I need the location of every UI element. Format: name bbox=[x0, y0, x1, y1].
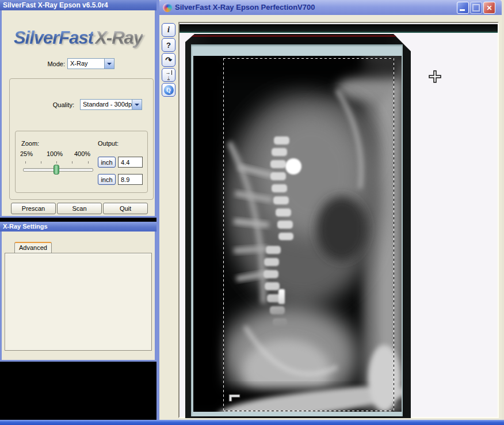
settings-window: X-Ray Settings Advanced Brightness (Midt… bbox=[0, 222, 156, 362]
marquee-left bbox=[223, 58, 224, 411]
quality-value: Standard - 300dpi bbox=[81, 100, 132, 109]
film-holder-red-edge bbox=[185, 35, 411, 37]
width-unit-button[interactable]: inch bbox=[98, 157, 116, 168]
selection-marquee[interactable] bbox=[223, 58, 394, 411]
scan-button[interactable]: Scan bbox=[57, 203, 102, 214]
chevron-down-icon[interactable] bbox=[104, 59, 114, 69]
info-icon: i bbox=[167, 25, 170, 35]
quality-select[interactable]: Standard - 300dpi bbox=[80, 99, 142, 110]
mode-label: Mode: bbox=[45, 60, 65, 67]
advanced-tab-panel bbox=[5, 253, 152, 351]
main-window: SilverFast X-Ray Epson v6.5.0r4 SilverFa… bbox=[0, 0, 156, 218]
preview-window-titlebar: SilverFast X-Ray Epson PerfectionV700 ✕ bbox=[159, 0, 502, 15]
frame-corner-icon bbox=[228, 393, 242, 402]
settings-window-body: Advanced Brightness (Midtone) ↩ Contrast… bbox=[0, 232, 156, 362]
window-frame-bottom bbox=[0, 420, 504, 425]
crosshair-cursor bbox=[429, 70, 441, 83]
output-height-field[interactable] bbox=[118, 174, 143, 185]
logo-silverfast-text: SilverFast bbox=[14, 28, 93, 48]
close-icon: ✕ bbox=[486, 1, 492, 16]
marquee-top bbox=[223, 58, 394, 59]
main-window-title: SilverFast X-Ray Epson v6.5.0r4 bbox=[3, 1, 108, 9]
quicktime-button[interactable]: Q bbox=[162, 83, 175, 97]
rotate-icon: ↷ bbox=[165, 55, 172, 64]
quicktime-icon: Q bbox=[164, 85, 174, 95]
zoom-slider-thumb[interactable] bbox=[54, 165, 59, 174]
quality-label: Quality: bbox=[35, 101, 74, 108]
main-window-titlebar: SilverFast X-Ray Epson v6.5.0r4 bbox=[0, 0, 156, 10]
help-button[interactable]: ? bbox=[162, 38, 175, 52]
main-window-body: SilverFast X-Ray Mode: X-Ray Quality: St… bbox=[0, 10, 156, 218]
close-button[interactable]: ✕ bbox=[483, 2, 495, 14]
quit-button[interactable]: Quit bbox=[103, 203, 148, 214]
preview-window: SilverFast X-Ray Epson PerfectionV700 ✕ … bbox=[156, 0, 504, 425]
logo-xray-text: X-Ray bbox=[95, 28, 143, 48]
mode-select[interactable]: X-Ray bbox=[67, 58, 114, 69]
zoom-label: Zoom: bbox=[21, 140, 39, 147]
preview-window-title: SilverFast X-Ray Epson PerfectionV700 bbox=[175, 0, 315, 15]
silverfast-logo-icon bbox=[163, 3, 172, 12]
mode-value: X-Ray bbox=[68, 59, 104, 69]
rotate-button[interactable]: ↷ bbox=[162, 53, 175, 67]
info-button[interactable]: i bbox=[162, 23, 175, 37]
zoom-tick-400: 400% bbox=[74, 150, 90, 157]
height-unit-button[interactable]: inch bbox=[98, 174, 116, 185]
prescan-button[interactable]: Prescan bbox=[11, 203, 56, 214]
zoom-tick-100: 100% bbox=[47, 150, 63, 157]
marquee-bottom bbox=[223, 411, 394, 411]
preview-canvas[interactable] bbox=[178, 22, 499, 418]
chevron-down-icon[interactable] bbox=[132, 100, 142, 109]
film-holder bbox=[185, 34, 411, 418]
minimize-button[interactable] bbox=[457, 2, 469, 14]
transfer-button[interactable]: → ↓ bbox=[162, 68, 175, 82]
screen: SilverFast X-Ray Epson PerfectionV700 ✕ … bbox=[0, 0, 504, 425]
maximize-button[interactable] bbox=[470, 2, 482, 14]
tab-advanced[interactable]: Advanced bbox=[14, 242, 52, 253]
film-window bbox=[191, 44, 403, 416]
zoom-tick-25: 25% bbox=[20, 150, 33, 157]
marquee-right bbox=[394, 58, 394, 411]
settings-window-titlebar: X-Ray Settings bbox=[0, 222, 156, 232]
maximize-icon bbox=[472, 4, 480, 12]
output-width-field[interactable] bbox=[118, 157, 143, 168]
minimize-icon bbox=[460, 9, 465, 11]
silverfast-logo: SilverFast X-Ray bbox=[2, 28, 155, 48]
output-label: Output: bbox=[98, 140, 119, 147]
scanner-bed-edge bbox=[180, 24, 498, 33]
settings-window-title: X-Ray Settings bbox=[3, 223, 48, 230]
help-icon: ? bbox=[166, 41, 171, 50]
